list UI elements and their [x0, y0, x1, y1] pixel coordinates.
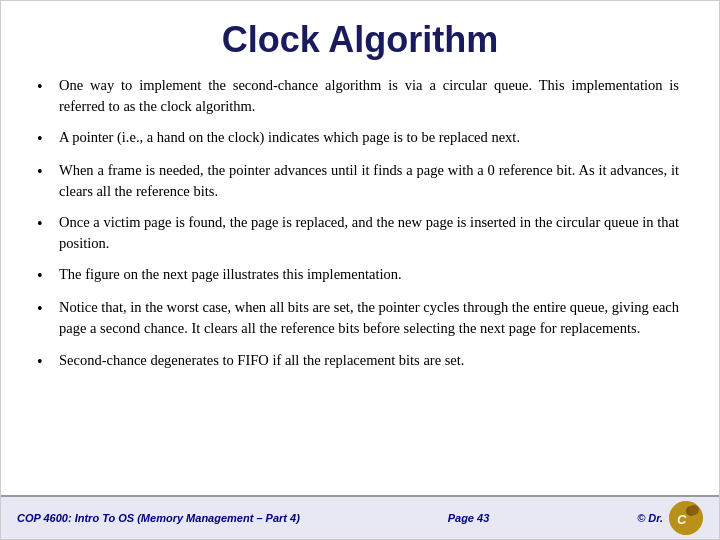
- logo-icon: C: [669, 501, 703, 535]
- bullet-item-3: • When a frame is needed, the pointer ad…: [37, 160, 679, 202]
- slide: Clock Algorithm • One way to implement t…: [0, 0, 720, 540]
- bullet-text-2: A pointer (i.e., a hand on the clock) in…: [59, 127, 679, 148]
- slide-content: • One way to implement the second-chance…: [1, 75, 719, 495]
- bullet-dot-4: •: [37, 212, 59, 235]
- svg-text:C: C: [677, 512, 687, 527]
- bullet-dot-2: •: [37, 127, 59, 150]
- footer-right: © Dr. C: [637, 501, 703, 535]
- slide-footer: COP 4600: Intro To OS (Memory Management…: [1, 495, 719, 539]
- bullet-item-4: • Once a victim page is found, the page …: [37, 212, 679, 254]
- bullet-item-7: • Second-chance degenerates to FIFO if a…: [37, 350, 679, 373]
- footer-page: Page 43: [448, 512, 490, 524]
- bullet-item-6: • Notice that, in the worst case, when a…: [37, 297, 679, 339]
- bullet-text-7: Second-chance degenerates to FIFO if all…: [59, 350, 679, 371]
- bullet-dot-7: •: [37, 350, 59, 373]
- bullet-dot-1: •: [37, 75, 59, 98]
- bullet-dot-6: •: [37, 297, 59, 320]
- svg-point-1: [686, 506, 696, 516]
- bullet-item-5: • The figure on the next page illustrate…: [37, 264, 679, 287]
- bullet-dot-5: •: [37, 264, 59, 287]
- bullet-text-4: Once a victim page is found, the page is…: [59, 212, 679, 254]
- footer-copyright: © Dr.: [637, 512, 663, 524]
- bullet-text-3: When a frame is needed, the pointer adva…: [59, 160, 679, 202]
- bullet-dot-3: •: [37, 160, 59, 183]
- bullet-item-1: • One way to implement the second-chance…: [37, 75, 679, 117]
- bullet-item-2: • A pointer (i.e., a hand on the clock) …: [37, 127, 679, 150]
- footer-course: COP 4600: Intro To OS (Memory Management…: [17, 512, 300, 524]
- bullet-text-5: The figure on the next page illustrates …: [59, 264, 679, 285]
- slide-title: Clock Algorithm: [1, 1, 719, 75]
- bullet-text-6: Notice that, in the worst case, when all…: [59, 297, 679, 339]
- bullet-text-1: One way to implement the second-chance a…: [59, 75, 679, 117]
